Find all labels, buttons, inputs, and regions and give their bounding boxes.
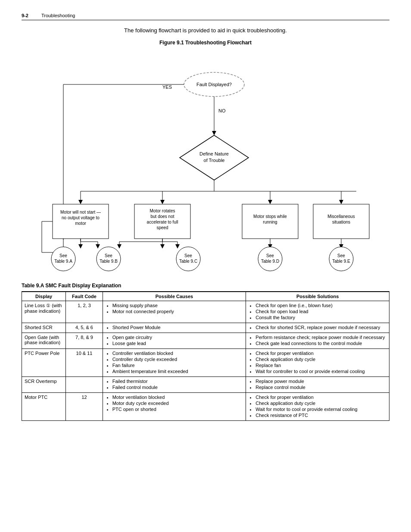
cell-causes: Missing supply phaseMotor not connected …	[103, 301, 246, 323]
intro-text: The following flowchart is provided to a…	[22, 27, 389, 34]
define-nature-label1: Define Nature	[199, 151, 229, 156]
box1-text3: motor	[75, 221, 86, 226]
solution-item: Check gate lead connections to the contr…	[255, 341, 386, 346]
cause-item: Motor duty cycle exceeded	[112, 401, 243, 406]
solution-item: Check for proper ventilation	[255, 351, 386, 356]
table-row: Line Loss ① (with phase indication)1, 2,…	[22, 301, 389, 323]
circle-b-text1: See	[105, 253, 112, 258]
box4-text1: Miscellaneous	[327, 214, 355, 219]
circle-b-text2: Table 9.B	[100, 259, 118, 264]
circle-a-text1: See	[59, 253, 67, 258]
box2-text1: Motor rotates	[150, 208, 175, 213]
page-header: 9-2 Troubleshooting	[22, 13, 389, 20]
circle-d-text1: See	[266, 253, 274, 258]
cell-causes: Failed thermistorFailed control module	[103, 377, 246, 393]
page: 9-2 Troubleshooting The following flowch…	[0, 0, 411, 434]
box4-arrowhead	[339, 200, 343, 204]
solution-item: Replace power module	[255, 379, 386, 384]
cell-causes: Controller ventilation blockedController…	[103, 349, 246, 377]
solution-item: Check application duty cycle	[255, 401, 386, 406]
cause-item: Missing supply phase	[112, 303, 243, 308]
no-label: NO	[218, 108, 226, 113]
solution-item: Consult the factory	[255, 315, 386, 320]
circle-a-text2: Table 9.A	[54, 259, 72, 264]
cell-fault-code	[66, 377, 103, 393]
cause-item: Fan failure	[112, 363, 243, 368]
cause-item: Motor not connected properly	[112, 309, 243, 314]
cell-causes: Shorted Power Module	[103, 323, 246, 333]
box1-text2: no output voltage to	[62, 215, 100, 220]
box1-arrowhead	[78, 200, 83, 204]
circle-c-text2: Table 9.C	[179, 259, 197, 264]
cell-solutions: Check for proper ventilationCheck applic…	[246, 349, 389, 377]
cause-item: PTC open or shorted	[112, 407, 243, 412]
cause-item: Failed thermistor	[112, 379, 243, 384]
box4-text2: situations	[332, 220, 350, 224]
box2-arrowhead	[160, 200, 165, 204]
solution-item: Check for open load lead	[255, 309, 386, 314]
header-display: Display	[22, 292, 66, 301]
circle-b2-arrowhead	[117, 244, 121, 249]
no-arrowhead	[212, 131, 216, 135]
table-row: PTC Power Pole10 & 11Controller ventilat…	[22, 349, 389, 377]
box2-text4: speed	[156, 225, 168, 230]
header-causes: Possible Causes	[103, 292, 246, 301]
circle-e-text2: Table 9.E	[332, 259, 350, 264]
figure-title: Figure 9.1 Troubleshooting Flowchart	[22, 40, 389, 46]
header-solutions: Possible Solutions	[246, 292, 389, 301]
box3-text1: Motor stops while	[253, 214, 287, 219]
cell-causes: Open gate circuitryLoose gate lead	[103, 333, 246, 349]
cell-fault-code: 4, 5, & 6	[66, 323, 103, 333]
circle-c-arrowhead	[175, 244, 180, 249]
cell-solutions: Replace power moduleReplace control modu…	[246, 377, 389, 393]
solution-item: Wait for motor to cool or provide extern…	[255, 407, 386, 412]
circle-e-text1: See	[337, 253, 345, 258]
flowchart-container: YES Fault Displayed? NO Define Nature of…	[22, 54, 389, 270]
cause-item: Loose gate lead	[112, 341, 243, 346]
flowchart: YES Fault Displayed? NO Define Nature of…	[29, 54, 382, 270]
circle-c-arrowhead-top	[160, 244, 165, 249]
table-row: Open Gate (with phase indication)7, 8, &…	[22, 333, 389, 349]
cell-fault-code: 7, 8, & 9	[66, 333, 103, 349]
circle-b-arrowhead	[96, 244, 100, 249]
box3-text2: running	[263, 220, 277, 224]
cause-item: Ambient temperature limit exceeded	[112, 369, 243, 374]
cause-item: Controller duty cycle exceeded	[112, 357, 243, 362]
solution-item: Replace control module	[255, 385, 386, 390]
cell-solutions: Check for open line (i.e., blown fuse)Ch…	[246, 301, 389, 323]
define-nature-label2: of Trouble	[204, 158, 225, 163]
table-title: Table 9.A SMC Fault Display Explanation	[22, 283, 389, 289]
cause-item: Shorted Power Module	[112, 325, 243, 330]
section-title: Troubleshooting	[41, 13, 75, 18]
cell-fault-code: 10 & 11	[66, 349, 103, 377]
solution-item: Check application duty cycle	[255, 357, 386, 362]
page-number: 9-2	[22, 13, 28, 18]
box3-arrowhead	[268, 200, 272, 204]
header-fault-code: Fault Code	[66, 292, 103, 301]
cell-display: Shorted SCR	[22, 323, 66, 333]
cell-solutions: Perform resistance check; replace power …	[246, 333, 389, 349]
fault-displayed-label: Fault Displayed?	[196, 82, 232, 87]
box1-text1: Motor will not start —	[60, 210, 101, 215]
cell-display: Motor PTC	[22, 393, 66, 421]
cause-item: Failed control module	[112, 385, 243, 390]
solution-item: Check for shorted SCR, replace power mod…	[255, 325, 386, 330]
yes-label: YES	[162, 84, 172, 90]
flowchart-svg: YES Fault Displayed? NO Define Nature of…	[29, 54, 382, 274]
solution-item: Replace fan	[255, 363, 386, 368]
table-row: Shorted SCR4, 5, & 6Shorted Power Module…	[22, 323, 389, 333]
cell-fault-code: 12	[66, 393, 103, 421]
circle-d-text2: Table 9.D	[261, 259, 279, 264]
circle-c-text1: See	[184, 253, 192, 258]
box2-text2: but does not	[150, 214, 174, 219]
table-row: SCR OvertempFailed thermistorFailed cont…	[22, 377, 389, 393]
cell-solutions: Check for proper ventilationCheck applic…	[246, 393, 389, 421]
circle-b-arrowhead-top	[78, 244, 83, 249]
solution-item: Perform resistance check; replace power …	[255, 335, 386, 340]
table-row: Motor PTC12Motor ventilation blockedMoto…	[22, 393, 389, 421]
cell-display: Line Loss ① (with phase indication)	[22, 301, 66, 323]
box2-text3: accelerate to full	[147, 220, 178, 224]
cause-item: Controller ventilation blocked	[112, 351, 243, 356]
solution-item: Check for proper ventilation	[255, 395, 386, 400]
cell-fault-code: 1, 2, 3	[66, 301, 103, 323]
